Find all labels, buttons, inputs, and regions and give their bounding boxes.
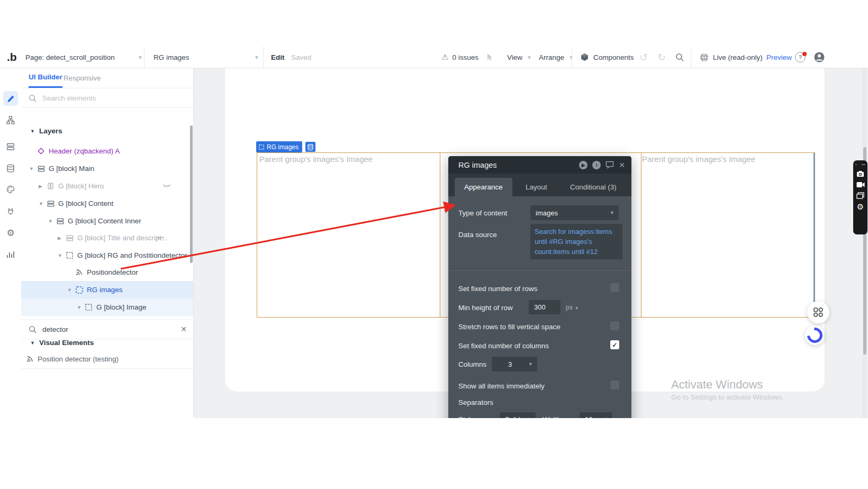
page-selector-label: Page: detect_scroll_position	[25, 53, 115, 61]
separator-width-input[interactable]: 16 ▼	[580, 412, 612, 418]
info-icon[interactable]: i	[592, 161, 601, 169]
group-rows-icon	[56, 217, 64, 225]
data-source-badge[interactable]	[305, 142, 315, 152]
more-icon[interactable]: •••	[862, 162, 865, 166]
fixed-columns-checkbox[interactable]: ✓	[610, 340, 619, 349]
min-height-unit-dropdown[interactable]: px ▼	[566, 304, 579, 311]
property-editor-header[interactable]: RG images ▶ i ✕	[448, 156, 631, 174]
widget-grid-button[interactable]	[807, 301, 829, 323]
layers-scrollbar-thumb[interactable]	[190, 125, 193, 263]
tree-row-header[interactable]: Header (zqbackend) A	[21, 142, 193, 160]
visual-elements-header[interactable]: ▼ Visual Elements	[30, 339, 94, 347]
search-button[interactable]	[675, 47, 684, 68]
select-cursor-tool[interactable]	[486, 47, 494, 68]
tab-responsive[interactable]: Responsive	[64, 68, 101, 88]
type-of-content-dropdown[interactable]: images ▼	[530, 205, 619, 220]
hidden-eye-icon[interactable]	[156, 236, 165, 241]
database-icon	[308, 144, 313, 150]
plugins-tab-button[interactable]	[3, 204, 18, 219]
stretch-rows-label: Stretch rows to fill vertical space	[458, 323, 560, 331]
search-icon	[29, 94, 37, 102]
recorder-bubble-button[interactable]	[805, 325, 825, 345]
columns-dropdown[interactable]: 3 ▼	[492, 357, 537, 372]
tree-row-positiondetector[interactable]: Positiondetector	[21, 264, 193, 281]
caret-down-icon[interactable]: ▼	[48, 219, 55, 224]
caret-down-icon[interactable]: ▼	[77, 305, 83, 310]
fixed-rows-checkbox[interactable]	[610, 283, 619, 292]
settings-tab-button[interactable]: ⚙	[3, 225, 18, 240]
live-label: Live (read-only)	[713, 53, 763, 61]
design-tab-button[interactable]	[3, 91, 18, 106]
min-height-input[interactable]: 300	[529, 300, 560, 314]
show-all-checkbox[interactable]	[610, 381, 619, 390]
close-icon[interactable]: ✕	[619, 161, 625, 169]
caret-right-icon[interactable]: ▶	[39, 184, 45, 189]
layers-section-header[interactable]: ▼ Layers	[30, 127, 62, 135]
tree-row-title-desc[interactable]: ▶ G [block] Title and descript...	[21, 229, 193, 247]
tree-row-main[interactable]: ▼ G [block] Main	[21, 160, 193, 177]
tab-conditional[interactable]: Conditional (3)	[560, 178, 626, 196]
screen-recorder-toolbar[interactable]: •••• ⚙	[853, 160, 867, 234]
data-tab-button[interactable]	[3, 161, 18, 176]
tab-layout[interactable]: Layout	[516, 178, 557, 196]
tree-row-content-inner[interactable]: ▼ G [block] Content Inner	[21, 212, 193, 230]
clear-search-icon[interactable]: ✕	[180, 325, 187, 333]
bar-chart-icon	[6, 250, 15, 259]
caret-down-icon[interactable]: ▼	[67, 287, 74, 293]
help-button[interactable]: ?	[795, 47, 806, 68]
redo-button[interactable]: ↻	[657, 47, 666, 68]
edit-mode-label[interactable]: Edit	[271, 47, 285, 68]
tree-row-rg-images-selected[interactable]: ▼ RG images	[21, 281, 193, 298]
environment-selector[interactable]: Live (read-only)	[700, 47, 763, 68]
components-button[interactable]: Components	[580, 47, 634, 68]
undo-button[interactable]: ↺	[639, 47, 648, 68]
page-selector-dropdown[interactable]: Page: detect_scroll_position ▼	[25, 47, 143, 68]
video-icon[interactable]	[856, 182, 865, 188]
palette-search-input[interactable]	[41, 325, 176, 334]
arrange-menu[interactable]: Arrange▼	[539, 47, 574, 68]
tree-row-g-block-image[interactable]: ▼ G [block] Image	[21, 298, 193, 316]
logs-tab-button[interactable]	[3, 247, 18, 262]
comment-icon[interactable]	[605, 161, 614, 169]
tree-row-label: G [block] Content Inner	[68, 217, 141, 225]
issues-button[interactable]: ⚠ 0 issues	[441, 47, 478, 68]
canvas-scrollbar[interactable]	[862, 68, 867, 418]
type-of-content-label: Type of content	[458, 209, 507, 217]
workflow-tab-button[interactable]	[3, 113, 18, 128]
tab-appearance[interactable]: Appearance	[455, 178, 512, 196]
tree-row-content[interactable]: ▼ G [block] Content	[21, 195, 193, 212]
data-source-expression[interactable]: Search for imagess:items until #RG image…	[530, 224, 622, 259]
run-icon[interactable]: ▶	[579, 161, 587, 169]
view-menu[interactable]: View▼	[507, 47, 532, 68]
camera-icon[interactable]	[856, 170, 864, 177]
palette-item-position-detector[interactable]: Position detector (testing)	[21, 349, 193, 369]
tree-row-label: G [block] Content	[58, 200, 113, 207]
styles-tab-button[interactable]	[3, 182, 18, 197]
preview-button[interactable]: Preview	[766, 47, 792, 68]
caret-down-icon[interactable]: ▼	[58, 253, 64, 258]
search-elements-input[interactable]	[41, 94, 170, 103]
caret-down-icon[interactable]: ▼	[29, 166, 35, 171]
show-all-label: Show all items immediately	[458, 382, 545, 390]
user-icon	[814, 52, 825, 62]
hidden-eye-icon[interactable]	[162, 184, 171, 189]
tree-row-rg-and-detector[interactable]: ▼ G [block] RG and Postitiondetector	[21, 247, 193, 264]
element-selector-dropdown[interactable]: RG images ▼	[153, 47, 259, 68]
caret-down-icon[interactable]: ▼	[39, 201, 45, 206]
tab-ui-builder[interactable]: UI Builder	[29, 68, 62, 88]
windows-stack-icon[interactable]	[856, 192, 864, 199]
tree-row-label: G [block] Image	[96, 303, 147, 311]
arrange-label: Arrange	[539, 53, 564, 61]
element-selector-label: RG images	[153, 53, 189, 61]
stretch-rows-checkbox[interactable]	[610, 321, 619, 330]
pencil-icon	[7, 95, 15, 103]
selected-element-tag[interactable]: RG images	[256, 141, 302, 152]
caret-right-icon[interactable]: ▶	[58, 236, 64, 241]
account-avatar[interactable]	[814, 47, 825, 68]
gear-icon[interactable]: ⚙	[857, 203, 864, 211]
reusables-tab-button[interactable]	[3, 139, 18, 154]
elements-tree-panel: UI Builder Responsive ▼ Layers Header (z…	[21, 68, 194, 418]
separator-style-dropdown[interactable]: Solid ▼	[500, 412, 536, 418]
tree-row-hero[interactable]: ▶ G [block] Hero	[21, 177, 193, 195]
palette-icon	[6, 185, 15, 194]
